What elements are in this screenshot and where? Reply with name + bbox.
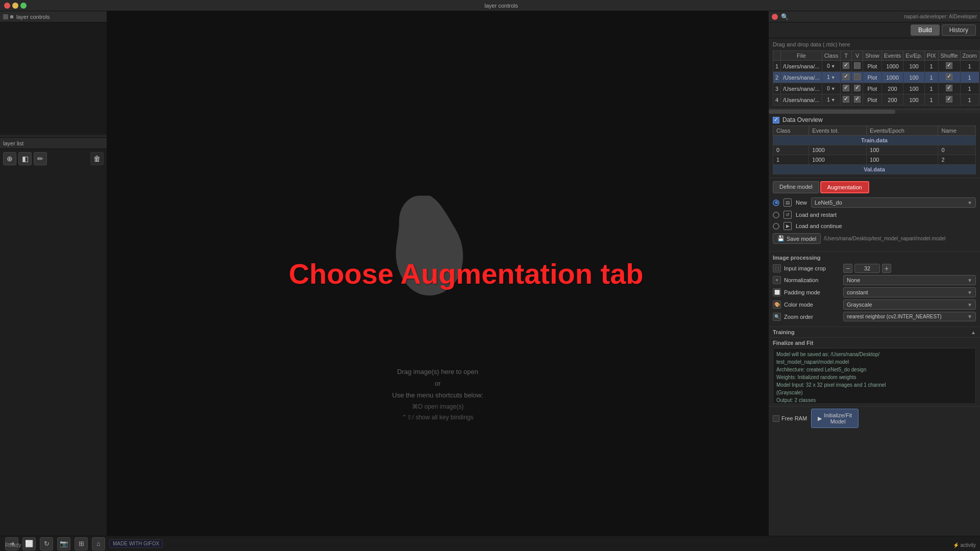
table-row: 2 /Users/nana/... 1 ▼ Plot 1000 100 1 1 [773,72,979,83]
load-restart-radio[interactable] [773,212,779,218]
right-scrollable[interactable]: Drag and drop data (.rtdc) here File Cla… [769,38,980,536]
free-ram-row: Free RAM [773,415,807,422]
crop-minus-btn[interactable]: − [843,264,852,273]
refresh-btn[interactable]: ↻ [40,537,53,550]
col-id [773,51,781,61]
save-model-row: 💾 Save model /Users/nana/Desktop/test_mo… [773,233,976,244]
data-overview-header: Data Overview [773,116,976,123]
square-btn[interactable]: ⬜ [22,537,36,550]
arrow-icon [10,15,13,18]
zoom-value: nearest neighbor (cv2.INTER_NEAREST) [847,314,942,319]
grid-icon [3,14,8,19]
layer-controls-header: layer controls [0,11,107,22]
ov-col-events-tot: Events tot. [809,126,867,136]
grid-btn[interactable]: ⊞ [75,537,88,550]
left-panel: layer controls layer list ⊕ ◧ ✏ 🗑 [0,11,107,536]
close-btn[interactable] [4,3,10,9]
norm-value: None [847,277,860,283]
training-section: Training ▲ [769,327,980,338]
norm-select[interactable]: None ▼ [843,275,976,285]
history-tab[interactable]: History [942,24,976,36]
crop-control: − 32 + [843,264,976,273]
table-row: 3 /Users/nana/... 0 ▼ Plot 200 100 1 1 [773,83,979,94]
load-continue-radio[interactable] [773,223,779,230]
crop-icon: ⬚ [773,264,781,272]
overview-table: Class Events tot. Events/Epoch Name Trai… [773,126,976,174]
right-close-btn[interactable] [772,14,778,20]
new-model-radio[interactable] [773,199,779,206]
ip-title: Image processing [773,255,976,261]
right-top-bar: 🔍 napari-aideveloper: AIDeveloper [769,11,980,22]
train-data-header: Train.data [773,136,976,145]
camera-btn[interactable]: 📷 [57,537,70,550]
data-overview-checkbox[interactable] [773,117,779,123]
save-icon: 💾 [777,235,785,242]
define-aug-tabs: Define model Augmentation [773,181,976,193]
open-shortcut: ⌘O open image(s) [392,402,483,413]
drag-hint: Drag image(s) here to open [392,366,483,378]
color-icon: 🎨 [773,300,781,309]
canvas-area: Choose Augmentation tab Drag image(s) he… [107,11,768,536]
new-model-row: ▤ New LeNet5_do ▼ [773,197,976,208]
init-fit-btn[interactable]: ▶ Initialize/FitModel [811,409,859,428]
col-zoom: Zoom [960,51,979,61]
free-ram-checkbox[interactable] [773,415,779,422]
color-value: Grayscale [847,302,872,308]
load-continue-label: Load and continue [796,223,842,229]
layer-list-tools: ⊕ ◧ ✏ 🗑 [0,149,107,168]
model-section: Define model Augmentation ▤ New LeNet5_d… [769,178,980,252]
right-window-controls: 🔍 [772,13,789,20]
col-ev-ep: Ev/Ep. [903,51,924,61]
padding-row: ⬜ Padding mode constant ▼ [773,287,976,297]
zoom-select[interactable]: nearest neighbor (cv2.INTER_NEAREST) ▼ [843,312,976,321]
define-model-tab[interactable]: Define model [773,181,819,193]
data-area: Drag and drop data (.rtdc) here File Cla… [769,38,980,109]
gifox-badge: MADE WITH GIFOX [109,539,163,548]
col-file: File [781,51,822,61]
crop-plus-btn[interactable]: + [882,264,891,273]
image-processing-section: Image processing ⬚ Input image crop − 32… [769,252,980,327]
color-select[interactable]: Grayscale ▼ [843,299,976,310]
log-line-2: test_model_napari/model.model [776,358,972,366]
col-class: Class [822,51,841,61]
log-line-1: Model will be saved as: /Users/nana/Desk… [776,350,972,358]
save-model-btn[interactable]: 💾 Save model [773,233,821,244]
crop-value[interactable]: 32 [854,264,880,273]
labels-tool-btn[interactable]: ✏ [34,152,47,165]
h-scrollbar[interactable] [769,109,980,113]
padding-select[interactable]: constant ▼ [843,287,976,297]
padding-value: constant [847,289,868,295]
norm-row: ≡ Normalization None ▼ [773,275,976,285]
col-t: T [841,51,852,61]
build-tab[interactable]: Build [911,24,940,36]
minimize-btn[interactable] [12,3,18,9]
col-pix: PIX [924,51,938,61]
load-continue-icon: ▶ [783,222,792,230]
val-data-header: Val.data [773,165,976,174]
crop-row: ⬚ Input image crop − 32 + [773,264,976,273]
log-line-6: (Grayscale) [776,389,972,396]
layer-list-header: layer list [0,138,107,149]
choose-augmentation-text: Choose Augmentation tab [289,257,644,290]
delete-layer-btn[interactable]: 🗑 [90,152,104,165]
training-expand[interactable]: ▲ [971,330,976,335]
bindings-shortcut: ⌃⇧/ show all key bindings [392,412,483,423]
zoom-dropdown-arrow: ▼ [967,314,972,319]
right-panel: 🔍 napari-aideveloper: AIDeveloper Build … [768,11,980,536]
or-text: or [392,378,483,389]
zoom-label: Zoom order [784,314,840,320]
model-dropdown[interactable]: LeNet5_do ▼ [811,197,976,208]
load-restart-icon: ↺ [783,211,792,219]
data-overview-section: Data Overview Class Events tot. Events/E… [769,113,980,178]
shortcut-hint: Use the menu shortcuts below: [392,389,483,401]
maximize-btn[interactable] [20,3,27,9]
layer-controls-content [0,22,107,135]
points-tool-btn[interactable]: ⊕ [3,152,16,165]
padding-dropdown-arrow: ▼ [967,290,972,295]
augmentation-tab[interactable]: Augmentation [820,181,869,193]
home-btn[interactable]: ⌂ [92,537,105,550]
load-continue-row: ▶ Load and continue [773,222,976,230]
ov-col-events-epoch: Events/Epoch [867,126,938,136]
shapes-tool-btn[interactable]: ◧ [18,152,32,165]
search-icon[interactable]: 🔍 [781,13,789,20]
